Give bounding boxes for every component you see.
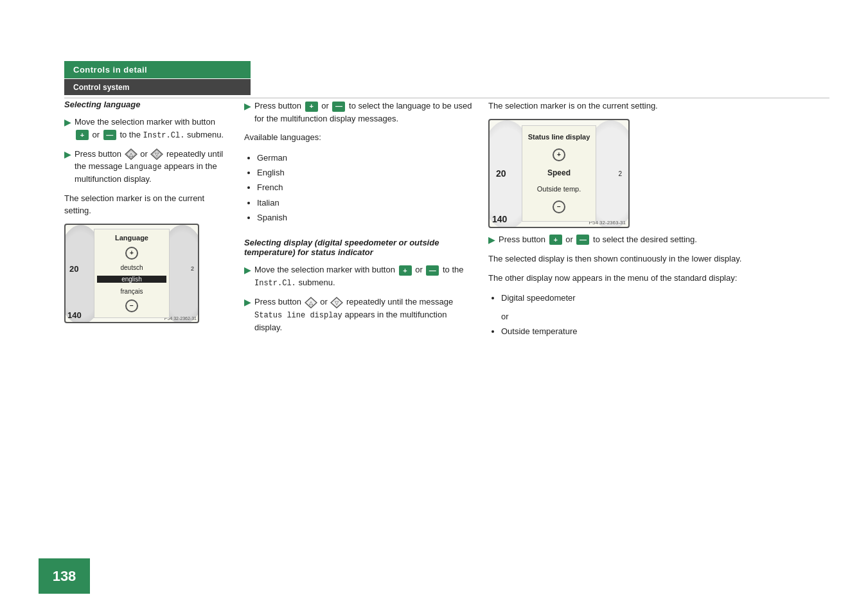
- or-text: or: [501, 312, 829, 321]
- plus-button-mid-2: +: [399, 265, 412, 276]
- right-note-1: The selection marker is on the current s…: [488, 100, 829, 112]
- bullet-arrow-right-1: ▶: [488, 234, 495, 247]
- left-bullet-2: ▶ Press button △ or: [64, 148, 231, 186]
- mid-section-title: Selecting display (digital speedometer o…: [244, 238, 475, 257]
- right-bullet-1: ▶ Press button + or — to select the desi…: [488, 233, 829, 247]
- display-options-list-2: Outside temperature: [488, 324, 829, 339]
- content-area: Selecting language ▶ Move the selection …: [64, 100, 829, 562]
- header-title: Controls in detail: [73, 65, 147, 75]
- mid-bullet-2: ▶ Move the selection marker with button …: [244, 263, 475, 289]
- lang-num-140: 140: [67, 310, 82, 320]
- right-bullet-1-text: Press button + or — to select the desire…: [499, 233, 697, 246]
- left-bullet-1: ▶ Move the selection marker with button …: [64, 116, 231, 141]
- left-bullet-list: ▶ Move the selection marker with button …: [64, 116, 231, 186]
- status-mono: Status line display: [254, 311, 342, 320]
- lang-option-english: english: [97, 276, 166, 283]
- status-inner-display: Status line display + Speed Outside temp…: [522, 125, 596, 222]
- divider-line: [64, 98, 829, 98]
- left-bullet-2-text: Press button △ or ▽: [75, 148, 231, 186]
- plus-button-1: +: [76, 130, 89, 140]
- page-number-box: 138: [39, 558, 90, 594]
- diamond-up-icon-mid: △: [305, 297, 317, 308]
- diamond-up-icon-1: △: [125, 148, 137, 160]
- sub-header-title: Control system: [73, 83, 129, 92]
- left-section-title: Selecting language: [64, 100, 231, 109]
- option-digital-speedometer: Digital speedometer: [501, 290, 829, 305]
- plus-button-right-1: +: [549, 235, 562, 245]
- status-num-140: 140: [492, 214, 507, 224]
- mid-bullet-list-bottom: ▶ Move the selection marker with button …: [244, 263, 475, 333]
- status-num-2: 2: [618, 170, 622, 177]
- instr-mono-mid: Instr.Cl.: [254, 279, 296, 288]
- status-outside-temp-label: Outside temp.: [537, 185, 581, 193]
- status-speed-label: Speed: [547, 168, 571, 177]
- plus-button-mid-1: +: [305, 102, 318, 112]
- lang-spanish: Spanish: [257, 210, 475, 225]
- right-note-2: The selected display is then shown conti…: [488, 253, 829, 265]
- mid-bullet-3-text: Press button △ or ▽ repeat: [254, 296, 475, 333]
- available-lang-label: Available languages:: [244, 131, 475, 144]
- status-circle-plus: +: [553, 148, 565, 161]
- page-number: 138: [53, 568, 76, 585]
- minus-button-right-1: —: [576, 235, 589, 245]
- lang-english: English: [257, 165, 475, 180]
- bullet-arrow-mid-1: ▶: [244, 100, 251, 113]
- lang-display-title: Language: [115, 234, 148, 242]
- bullet-arrow-2: ▶: [64, 148, 71, 161]
- svg-text:▽: ▽: [155, 152, 159, 157]
- bullet-arrow-mid-2: ▶: [244, 264, 251, 277]
- lang-french: French: [257, 180, 475, 195]
- svg-text:△: △: [309, 300, 314, 306]
- mid-bullet-3: ▶ Press button △ or ▽: [244, 296, 475, 333]
- option-outside-temp: Outside temperature: [501, 324, 829, 339]
- left-note: The selection marker is on the current s…: [64, 192, 231, 217]
- right-bullet-list: ▶ Press button + or — to select the desi…: [488, 233, 829, 247]
- mid-column: ▶ Press button + or — to select the lang…: [244, 100, 488, 562]
- lang-num-20: 20: [69, 263, 78, 273]
- status-circle-minus: −: [553, 200, 565, 213]
- lang-italian: Italian: [257, 195, 475, 210]
- display-options-list: Digital speedometer: [488, 290, 829, 305]
- lang-german: German: [257, 150, 475, 165]
- svg-text:△: △: [129, 152, 134, 157]
- language-display: 20 2 140 P54 32-2362-31 Language + deuts…: [64, 224, 199, 323]
- sub-header: Control system: [64, 79, 251, 95]
- right-column: The selection marker is on the current s…: [488, 100, 829, 562]
- bullet-arrow-mid-3: ▶: [244, 296, 251, 309]
- left-bullet-1-text: Move the selection marker with button + …: [75, 116, 231, 141]
- lang-num-2: 2: [191, 265, 194, 272]
- lang-inner-display: Language + deutsch english français −: [94, 229, 170, 318]
- lang-option-francais: français: [119, 288, 144, 295]
- diamond-down-icon-1: ▽: [150, 148, 163, 160]
- lang-option-deutsch: deutsch: [119, 264, 144, 271]
- bullet-arrow-1: ▶: [64, 116, 71, 129]
- mid-bullet-1-text: Press button + or — to select the langua…: [254, 100, 475, 125]
- languages-list: German English French Italian Spanish: [244, 150, 475, 226]
- status-num-20: 20: [496, 168, 506, 179]
- language-mono: Language: [125, 163, 162, 172]
- mid-bullet-list-top: ▶ Press button + or — to select the lang…: [244, 100, 475, 125]
- status-display: 20 2 140 P54 32-2363-31 Status line disp…: [488, 119, 630, 228]
- mid-bullet-1: ▶ Press button + or — to select the lang…: [244, 100, 475, 125]
- lang-circle-minus: −: [125, 299, 138, 312]
- svg-text:▽: ▽: [335, 300, 339, 306]
- instr-mono-1: Instr.Cl.: [143, 131, 185, 140]
- minus-button-mid-1: —: [332, 102, 345, 112]
- left-column: Selecting language ▶ Move the selection …: [64, 100, 244, 562]
- diamond-down-icon-mid: ▽: [330, 297, 343, 308]
- right-note-3: The other display now appears in the men…: [488, 272, 829, 285]
- minus-button-mid-2: —: [426, 265, 439, 276]
- status-display-title: Status line display: [528, 133, 590, 141]
- header-bar: Controls in detail: [64, 61, 251, 78]
- lang-circle-plus: +: [125, 247, 138, 260]
- minus-button-1: —: [103, 130, 116, 140]
- mid-bullet-2-text: Move the selection marker with button + …: [254, 263, 475, 289]
